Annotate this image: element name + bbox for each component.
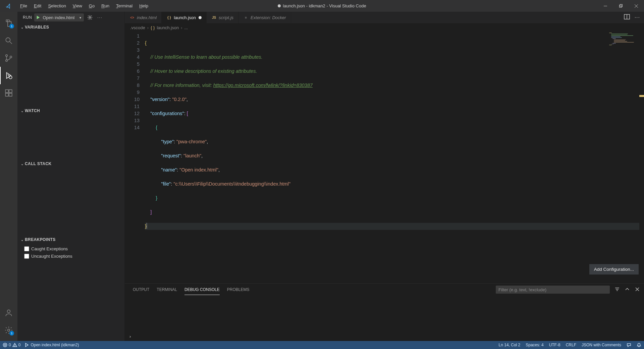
minimize-button[interactable]	[598, 0, 613, 12]
panel-tab-terminal[interactable]: TERMINAL	[157, 285, 177, 295]
status-bar: 0 0 Open index.html (idkman2) Ln 14, Col…	[0, 341, 644, 349]
menu-selection[interactable]: Selection	[45, 1, 69, 10]
svg-point-8	[6, 60, 7, 61]
section-header-callstack[interactable]: ⌄CALL STACK	[17, 160, 124, 168]
vscode-logo-icon	[0, 3, 17, 9]
chevron-down-icon: ⌄	[19, 162, 25, 166]
panel-tab-problems[interactable]: PROBLEMS	[227, 285, 250, 295]
status-language[interactable]: JSON with Comments	[582, 343, 621, 347]
activity-settings[interactable]: 1	[0, 321, 17, 339]
debug-console-prompt-icon[interactable]: ›	[129, 334, 131, 339]
section-variables: ⌄VARIABLES	[17, 23, 124, 107]
explorer-badge: 1	[9, 24, 14, 29]
status-lncol[interactable]: Ln 14, Col 2	[499, 343, 521, 347]
status-eol[interactable]: CRLF	[566, 343, 576, 347]
json-icon: { }	[151, 25, 155, 30]
menubar: FileEditSelectionViewGoRunTerminalHelp	[17, 1, 152, 10]
menu-help[interactable]: Help	[136, 1, 152, 10]
unsaved-indicator-icon	[278, 4, 281, 7]
svg-line-6	[10, 42, 12, 44]
selected-config-name: Open index.html	[42, 15, 77, 20]
section-header-breakpoints[interactable]: ⌄BREAKPOINTS	[17, 236, 124, 244]
start-debug-button[interactable]	[34, 15, 42, 20]
breadcrumbs[interactable]: .vscode› { } launch.json› ...	[125, 23, 644, 32]
status-problems[interactable]: 0 0	[3, 343, 20, 347]
close-button[interactable]	[629, 0, 644, 12]
activity-scm[interactable]	[0, 49, 17, 67]
section-watch: ⌄WATCH	[17, 107, 124, 160]
status-indent[interactable]: Spaces: 4	[526, 343, 543, 347]
svg-point-18	[8, 329, 10, 332]
status-encoding[interactable]: UTF-8	[549, 343, 560, 347]
maximize-button[interactable]	[613, 0, 629, 12]
launch-config-select[interactable]: Open index.html ▾	[34, 13, 84, 21]
svg-point-32	[14, 346, 15, 347]
run-sidebar: RUN Open index.html ▾ ··· ⌄VARIABLES ⌄WA…	[17, 12, 125, 341]
editor-scrollbar[interactable]	[639, 32, 644, 283]
breakpoint-uncaught-checkbox[interactable]	[24, 254, 29, 259]
breakpoint-uncaught-row[interactable]: Uncaught Exceptions	[24, 252, 124, 260]
section-breakpoints: ⌄BREAKPOINTS Caught Exceptions Uncaught …	[17, 236, 124, 261]
svg-point-17	[7, 310, 10, 313]
code-content[interactable]: { // Use IntelliSense to learn about pos…	[145, 32, 644, 283]
menu-go[interactable]: Go	[86, 1, 98, 10]
status-bell-icon[interactable]	[637, 343, 641, 347]
activity-explorer[interactable]: 1	[0, 14, 17, 32]
panel-tabs: OUTPUTTERMINALDEBUG CONSOLEPROBLEMS	[125, 284, 644, 296]
settings-badge: 1	[9, 331, 14, 336]
activity-account[interactable]	[0, 304, 17, 321]
editor-group: <>index.html{ }launch.jsonJSscript.js≡Ex…	[125, 12, 644, 341]
section-header-watch[interactable]: ⌄WATCH	[17, 107, 124, 115]
close-panel-button[interactable]	[635, 287, 640, 293]
more-tabs-button[interactable]: ···	[635, 14, 640, 20]
breakpoint-caught-checkbox[interactable]	[24, 246, 29, 251]
debug-console-filter-input[interactable]	[496, 286, 610, 294]
filter-lines-icon[interactable]	[614, 287, 620, 293]
chevron-down-icon: ⌄	[19, 238, 25, 242]
svg-rect-14	[9, 90, 12, 93]
chevron-down-icon[interactable]: ▾	[76, 16, 84, 19]
tabs-bar: <>index.html{ }launch.jsonJSscript.js≡Ex…	[125, 12, 644, 23]
minimap[interactable]	[609, 33, 639, 66]
tab-launch-json[interactable]: { }launch.json	[162, 12, 207, 23]
svg-point-7	[6, 55, 7, 56]
status-run-config[interactable]: Open index.html (idkman2)	[24, 343, 79, 347]
collapse-panel-button[interactable]	[625, 287, 630, 293]
activity-extensions[interactable]	[0, 84, 17, 102]
activity-search[interactable]	[0, 32, 17, 49]
svg-point-20	[89, 17, 91, 18]
chevron-down-icon: ⌄	[19, 26, 25, 29]
section-header-variables[interactable]: ⌄VARIABLES	[17, 23, 124, 31]
breakpoint-caught-row[interactable]: Caught Exceptions	[24, 245, 124, 252]
run-label: RUN	[23, 15, 32, 20]
menu-view[interactable]: View	[69, 1, 86, 10]
svg-marker-19	[37, 16, 40, 19]
js-icon: JS	[211, 15, 217, 20]
menu-file[interactable]: File	[17, 1, 31, 10]
svg-line-12	[8, 74, 9, 76]
run-header: RUN Open index.html ▾ ···	[17, 12, 124, 23]
status-feedback-icon[interactable]	[627, 343, 631, 347]
activity-run-debug[interactable]	[0, 67, 17, 84]
panel-tab-output[interactable]: OUTPUT	[133, 285, 149, 295]
menu-run[interactable]: Run	[98, 1, 113, 10]
tab-extension-docker[interactable]: ≡Extension: Docker	[238, 12, 291, 23]
split-editor-button[interactable]	[624, 14, 630, 21]
menu-terminal[interactable]: Terminal	[113, 1, 136, 10]
activity-bar: 1 1	[0, 12, 17, 341]
editor[interactable]: 1234567891011121314 { // Use IntelliSens…	[125, 32, 644, 283]
svg-point-11	[9, 76, 12, 79]
json-icon: { }	[166, 15, 172, 20]
menu-edit[interactable]: Edit	[31, 1, 45, 10]
svg-marker-33	[25, 343, 28, 347]
svg-rect-13	[5, 90, 8, 93]
tab-script-js[interactable]: JSscript.js	[207, 12, 238, 23]
svg-rect-16	[9, 93, 12, 96]
svg-point-5	[6, 38, 10, 42]
tab-index-html[interactable]: <>index.html	[125, 12, 162, 23]
more-actions-button[interactable]: ···	[96, 13, 104, 21]
open-launch-json-button[interactable]	[86, 13, 94, 21]
add-configuration-button[interactable]: Add Configuration...	[589, 264, 639, 275]
extension-icon: ≡	[243, 15, 249, 20]
panel-tab-debug-console[interactable]: DEBUG CONSOLE	[184, 285, 220, 295]
